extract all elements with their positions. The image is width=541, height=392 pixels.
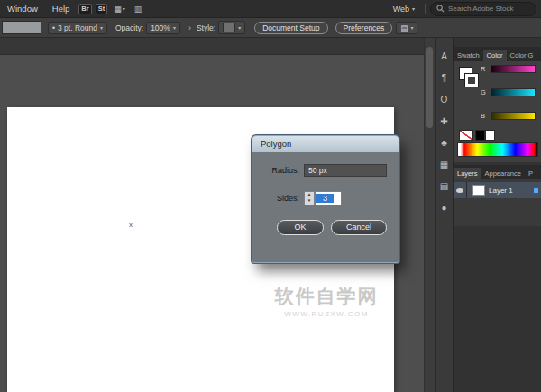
watermark-title: 软件自学网 (258, 285, 395, 308)
scrollbar-thumb[interactable] (426, 47, 433, 128)
polygon-dialog: Polygon Radius: 50 px Sides: ▲ ▼ 3 OK Ca… (252, 135, 399, 263)
chevron-right-icon: › (188, 23, 191, 32)
bridge-button[interactable]: Br (78, 4, 91, 14)
pathfinder-panel-icon[interactable]: ▤ (437, 182, 452, 191)
symbols-panel-icon[interactable]: ♣ (437, 139, 452, 148)
search-input[interactable] (448, 5, 527, 13)
workspace-label: Web (393, 5, 409, 14)
radius-input[interactable]: 50 px (304, 164, 387, 177)
sides-selected-value: 3 (316, 194, 334, 203)
transform-panel-icon[interactable]: ✚ (437, 117, 452, 126)
arrange-documents-icon: ▦ (114, 5, 122, 14)
radius-label: Radius: (263, 166, 299, 175)
layer-row[interactable]: Layer 1 (454, 182, 541, 198)
panel-dock: Swatch Color Color G R G B (453, 38, 541, 392)
chevron-down-icon: ▾ (410, 24, 413, 31)
opacity-value: 100% (151, 23, 170, 32)
tab-color-guide[interactable]: Color G (507, 50, 537, 61)
preferences-button[interactable]: Preferences (335, 22, 393, 34)
stepper-up-icon[interactable]: ▲ (305, 192, 314, 198)
document-tab-strip (0, 38, 424, 55)
tab-layers[interactable]: Layers (454, 168, 481, 179)
color-tab-bar: Swatch Color Color G (454, 47, 541, 61)
white-swatch-icon[interactable] (485, 130, 495, 141)
chevron-down-icon: ▾ (173, 24, 176, 31)
opacity-label: Opacity: (115, 23, 143, 32)
stroke-swatch-icon[interactable] (465, 74, 478, 87)
eye-icon (456, 188, 463, 193)
green-channel-row: G (481, 88, 536, 96)
chevron-down-icon: ▾ (412, 5, 415, 12)
stepper-down-icon[interactable]: ▼ (305, 198, 314, 205)
watermark-url: WWW.RUZXW.COM (258, 310, 395, 318)
arrange-documents-button[interactable]: ▦ ▾ (114, 5, 125, 14)
dialog-title-bar[interactable]: Polygon (252, 136, 399, 152)
layer-thumbnail (472, 185, 485, 196)
panel-icon-dock: A ¶ O ✚ ♣ ▦ ▤ ● (435, 38, 453, 392)
none-swatch-icon[interactable] (459, 130, 473, 141)
document-layout-button[interactable]: ▥ (134, 5, 142, 14)
opacity-dropdown[interactable]: 100% ▾ (146, 22, 180, 34)
vertical-scrollbar[interactable] (424, 38, 435, 392)
ok-button[interactable]: OK (277, 220, 324, 235)
path-segment (133, 232, 133, 259)
menubar-divider (425, 4, 426, 14)
red-channel-row: R (481, 65, 536, 73)
tab-color[interactable]: Color (483, 50, 507, 61)
tab-properties[interactable]: P (525, 168, 536, 179)
red-channel-label: R (481, 65, 487, 73)
selection-indicator[interactable] (534, 188, 538, 193)
red-channel-slider[interactable] (491, 65, 536, 73)
tab-swatches[interactable]: Swatch (454, 50, 483, 61)
blue-channel-label: B (481, 112, 487, 120)
opentype-panel-icon[interactable]: O (437, 96, 452, 105)
paragraph-panel-icon[interactable]: ¶ (437, 74, 452, 83)
watermark: 软件自学网 WWW.RUZXW.COM (258, 285, 395, 318)
style-dropdown[interactable]: ▾ (218, 21, 245, 34)
color-spectrum-bar[interactable] (457, 142, 538, 157)
document-setup-button[interactable]: Document Setup (254, 22, 327, 34)
menu-help[interactable]: Help (45, 4, 78, 14)
cancel-button[interactable]: Cancel (331, 220, 387, 235)
layers-panel: Layer 1 (454, 179, 541, 226)
layer-name: Layer 1 (489, 187, 534, 195)
style-label: Style: (197, 23, 215, 32)
blue-channel-slider[interactable] (491, 112, 536, 120)
chevron-down-icon: ▾ (123, 5, 125, 12)
anchor-x-marker: x (129, 222, 133, 229)
tab-appearance[interactable]: Appearance (481, 168, 525, 179)
document-layout-icon: ▥ (134, 5, 142, 14)
chevron-down-icon: ▾ (100, 24, 103, 31)
black-swatch-icon[interactable] (475, 130, 485, 141)
stroke-style-value: 3 pt. Round (58, 23, 97, 32)
stock-search-box[interactable] (430, 2, 536, 16)
layers-tab-bar: Layers Appearance P (454, 165, 541, 179)
green-channel-slider[interactable] (491, 88, 536, 96)
stock-button[interactable]: St (96, 4, 108, 14)
sides-stepper[interactable]: ▲ ▼ (304, 191, 315, 205)
fill-color-swatch[interactable] (2, 21, 41, 34)
brushes-panel-icon[interactable]: ● (437, 204, 452, 213)
workspace-switcher[interactable]: Web ▾ (393, 5, 415, 14)
chevron-down-icon: ▾ (238, 24, 241, 31)
visibility-toggle[interactable] (454, 182, 467, 198)
align-icon: ▤ (400, 23, 408, 32)
sides-input[interactable]: 3 (315, 191, 342, 205)
align-dropdown[interactable]: ▤ ▾ (396, 22, 417, 34)
menu-bar: Window Help Br St ▦ ▾ ▥ Web ▾ (0, 0, 541, 18)
sides-label: Sides: (263, 194, 299, 203)
artboards-panel-icon[interactable]: ▦ (437, 160, 452, 169)
menu-window[interactable]: Window (0, 4, 45, 14)
blue-channel-row: B (481, 112, 536, 120)
illustrator-window: Window Help Br St ▦ ▾ ▥ Web ▾ • 3 pt. (0, 0, 541, 392)
bullet-icon: • (52, 23, 55, 32)
green-channel-label: G (481, 88, 487, 96)
control-bar: • 3 pt. Round ▾ Opacity: 100% ▾ › Style:… (0, 18, 541, 38)
stroke-style-dropdown[interactable]: • 3 pt. Round ▾ (48, 22, 107, 34)
color-panel: R G B (454, 61, 541, 162)
search-icon (436, 5, 445, 13)
character-panel-icon[interactable]: A (437, 52, 452, 61)
style-swatch-icon (223, 23, 235, 32)
